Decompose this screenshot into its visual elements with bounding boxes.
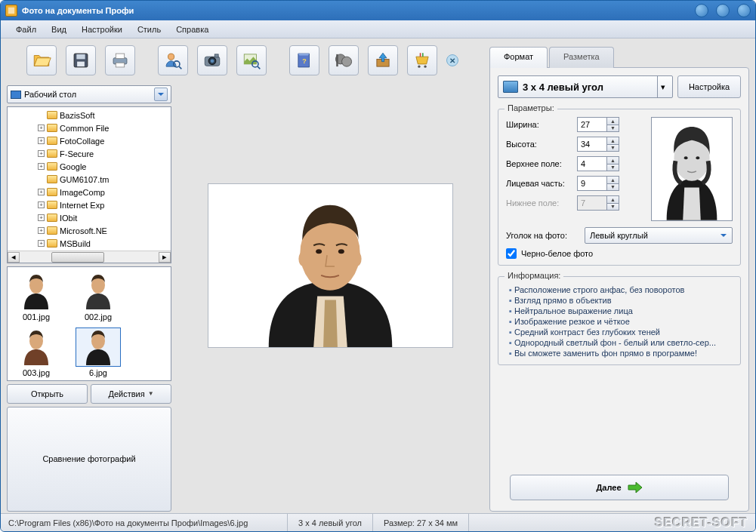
tab-markup[interactable]: Разметка (549, 47, 614, 68)
chevron-down-icon[interactable] (154, 88, 168, 101)
chevron-down-icon[interactable]: ▾ (657, 76, 668, 97)
save-button[interactable] (66, 45, 96, 75)
face-stepper[interactable]: ▲▼ (577, 176, 619, 191)
info-item: Взгляд прямо в объектив (509, 295, 733, 306)
configure-button[interactable]: Настройка (677, 75, 741, 98)
scroll-thumb[interactable] (51, 252, 104, 263)
thumbnail[interactable]: 001.jpg (12, 272, 60, 321)
left-panel: Рабочий стол BazisSoft+Common File+FotoC… (7, 85, 171, 512)
svg-point-12 (211, 59, 214, 63)
svg-rect-13 (214, 54, 218, 57)
location-label: Рабочий стол (24, 90, 151, 99)
tree-item[interactable]: +F-Secure (38, 147, 171, 160)
format-combo[interactable]: 3 х 4 левый угол ▾ (498, 75, 673, 98)
width-stepper[interactable]: ▲▼ (577, 117, 619, 132)
zoom-photo-button[interactable] (236, 45, 267, 75)
actions-button[interactable]: Действия▼ (91, 384, 171, 404)
minimize-button[interactable] (695, 4, 708, 17)
window-title: Фото на документы Профи (22, 6, 687, 15)
menu-view[interactable]: Вид (44, 23, 74, 36)
close-button[interactable] (737, 4, 751, 17)
tree-item[interactable]: +MSBuild (38, 237, 171, 250)
open-button[interactable]: Открыть (7, 384, 88, 404)
folder-icon (47, 175, 57, 183)
help-book-button[interactable]: ? (289, 45, 319, 75)
menu-style[interactable]: Стиль (130, 23, 168, 36)
tree-item[interactable]: +ImageComp (38, 186, 171, 198)
print-button[interactable] (105, 45, 135, 75)
svg-point-7 (168, 54, 174, 60)
chevron-down-icon (720, 232, 727, 239)
location-combo[interactable]: Рабочий стол (7, 85, 171, 103)
svg-point-36 (353, 251, 362, 266)
titlebar: Фото на документы Профи (1, 1, 755, 20)
menu-help[interactable]: Справка (168, 23, 216, 36)
scroll-left-button[interactable]: ◂ (8, 252, 20, 263)
folder-tree[interactable]: BazisSoft+Common File+FotoCollage+F-Secu… (7, 106, 171, 263)
info-item: Средний контраст без глубоких теней (509, 327, 733, 337)
folder-icon (47, 111, 57, 119)
statusbar: C:\Program Files (x86)\Фото на документы… (1, 513, 755, 531)
svg-line-9 (179, 66, 181, 69)
svg-rect-6 (116, 63, 124, 67)
svg-line-16 (258, 66, 260, 69)
svg-rect-0 (8, 8, 14, 14)
folder-icon (47, 149, 57, 158)
tree-item[interactable]: +Internet Exp (38, 198, 171, 211)
thumbnail[interactable]: 002.jpg (74, 272, 122, 321)
tree-hscrollbar[interactable]: ◂ ▸ (8, 251, 171, 263)
arrow-right-icon (628, 481, 643, 494)
tree-item[interactable]: BazisSoft (38, 109, 171, 121)
scroll-right-button[interactable]: ▸ (159, 252, 171, 263)
menu-file[interactable]: Файл (8, 23, 44, 36)
open-folder-button[interactable] (26, 45, 57, 75)
video-button[interactable] (329, 45, 359, 75)
info-group: Информация: Расположение строго анфас, б… (498, 276, 741, 365)
svg-rect-24 (420, 53, 421, 57)
info-item: Вы сможете заменить фон прямо в программ… (509, 348, 733, 358)
person-search-button[interactable] (158, 45, 188, 75)
tree-item[interactable]: GUM6107.tm (38, 173, 171, 186)
bw-label: Черно-белое фото (521, 249, 593, 258)
next-button[interactable]: Далее (510, 475, 729, 500)
info-item: Изображение резкое и чёткое (509, 316, 733, 327)
tree-item[interactable]: +IObit (38, 211, 171, 224)
corner-select[interactable]: Левый круглый (585, 227, 733, 244)
right-panel: Формат Разметка 3 х 4 левый угол ▾ Настр… (489, 46, 749, 512)
height-stepper[interactable]: ▲▼ (577, 137, 619, 152)
folder-icon (47, 214, 57, 222)
svg-point-33 (316, 249, 322, 254)
bw-checkbox[interactable] (506, 248, 517, 259)
chevron-down-icon: ▼ (148, 390, 154, 397)
app-icon (5, 5, 17, 17)
photo-icon (503, 81, 518, 93)
tree-item[interactable]: +Google (38, 160, 171, 173)
tree-item[interactable]: +Common File (38, 121, 171, 134)
tree-item[interactable]: +FotoCollage (38, 134, 171, 147)
top-margin-stepper[interactable]: ▲▼ (577, 156, 619, 171)
watermark: SECRET-SOFT (655, 516, 748, 530)
thumbnail[interactable]: 003.jpg (12, 328, 60, 377)
info-list: Расположение строго анфас, без поворотов… (506, 284, 733, 358)
cart-button[interactable] (407, 45, 437, 75)
tree-item[interactable]: +Microsoft.NE (38, 224, 171, 237)
update-button[interactable] (368, 45, 398, 75)
svg-point-39 (684, 156, 688, 159)
menu-settings[interactable]: Настройки (74, 23, 130, 36)
folder-icon (47, 137, 57, 145)
svg-point-19 (342, 57, 352, 66)
info-legend: Информация: (505, 271, 563, 280)
compare-button[interactable]: Сравнение фотографий (7, 407, 171, 512)
status-size: Размер: 27 х 34 мм (373, 514, 469, 531)
thumbnail[interactable]: 6.jpg (74, 328, 122, 377)
info-item: Однородный светлый фон - белый или светл… (509, 337, 733, 348)
status-format: 3 х 4 левый угол (288, 514, 373, 531)
toolbar-close-icon[interactable]: ✕ (446, 54, 458, 66)
format-name: 3 х 4 левый угол (523, 81, 653, 93)
svg-rect-25 (422, 53, 424, 57)
camera-button[interactable] (197, 45, 227, 75)
maximize-button[interactable] (716, 4, 730, 17)
preview-image (208, 184, 452, 347)
parameters-group: Параметры: Ширина:▲▼ Высота:▲▼ Верхнее п… (498, 109, 741, 266)
tab-format[interactable]: Формат (489, 47, 548, 68)
